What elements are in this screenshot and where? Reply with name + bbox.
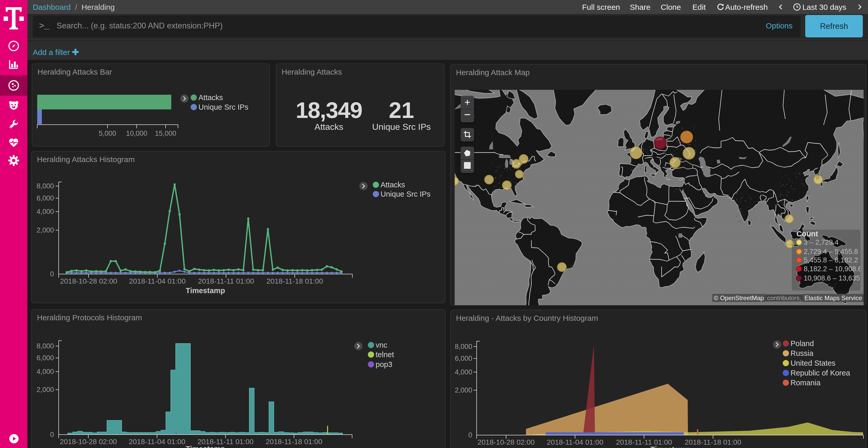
svg-text:2018-11-04 01:00: 2018-11-04 01:00 [129, 277, 186, 285]
svg-text:Timestamp: Timestamp [650, 445, 690, 448]
svg-text:United States: United States [790, 359, 835, 367]
svg-text:5,000: 5,000 [99, 130, 116, 137]
svg-text:Attacks: Attacks [380, 181, 405, 189]
svg-text:2018-11-04 01:00: 2018-11-04 01:00 [547, 438, 603, 446]
svg-text:2,000: 2,000 [455, 386, 472, 394]
svg-text:2018-11-18 01:00: 2018-11-18 01:00 [266, 438, 322, 446]
svg-text:6,000: 6,000 [455, 354, 472, 362]
svg-text:Unique Src IPs: Unique Src IPs [198, 103, 248, 111]
svg-text:2018-10-28 02:00: 2018-10-28 02:00 [477, 438, 534, 446]
svg-text:Attacks: Attacks [198, 94, 223, 102]
svg-text:2018-11-18 01:00: 2018-11-18 01:00 [685, 438, 741, 446]
svg-text:Count: Count [797, 230, 818, 238]
svg-text:pop3: pop3 [376, 360, 393, 369]
svg-text:4,000: 4,000 [36, 368, 54, 376]
svg-text:Romania: Romania [790, 379, 821, 387]
svg-text:3 – 2,729.4: 3 – 2,729.4 [804, 238, 839, 246]
svg-text:2,000: 2,000 [36, 386, 54, 393]
svg-text:10,908.6 – 13,635: 10,908.6 – 13,635 [804, 274, 860, 282]
svg-text:15,000: 15,000 [155, 130, 177, 137]
svg-text:telnet: telnet [376, 350, 394, 359]
svg-text:4,000: 4,000 [455, 368, 472, 376]
svg-text:2018-11-18 01:00: 2018-11-18 01:00 [267, 277, 323, 285]
svg-text:Timestamp: Timestamp [186, 286, 225, 295]
svg-text:6,000: 6,000 [36, 354, 54, 362]
svg-text:8,000: 8,000 [36, 182, 54, 190]
svg-text:Russia: Russia [790, 349, 814, 357]
svg-text:0: 0 [50, 431, 54, 439]
svg-text:2,000: 2,000 [36, 226, 54, 234]
svg-text:2018-10-28 02:00: 2018-10-28 02:00 [60, 277, 117, 285]
svg-text:Unique Src IPs: Unique Src IPs [380, 190, 430, 198]
svg-text:8,000: 8,000 [36, 342, 54, 350]
svg-text:Timestamp: Timestamp [186, 445, 225, 448]
svg-text:4,000: 4,000 [36, 208, 54, 215]
svg-text:vnc: vnc [376, 341, 387, 349]
svg-text:2018-11-11 01:00: 2018-11-11 01:00 [198, 277, 254, 285]
svg-text:2018-10-28 02:00: 2018-10-28 02:00 [60, 438, 117, 446]
svg-text:0: 0 [50, 270, 54, 278]
svg-text:8,000: 8,000 [455, 343, 472, 350]
svg-text:5,455.8 – 8,182.2: 5,455.8 – 8,182.2 [804, 256, 858, 264]
svg-text:Republic of Korea: Republic of Korea [790, 369, 850, 377]
svg-text:10,000: 10,000 [126, 130, 148, 137]
svg-text:2,729.4 – 5,455.8: 2,729.4 – 5,455.8 [804, 248, 858, 255]
svg-text:0: 0 [468, 431, 472, 439]
svg-text:6,000: 6,000 [36, 194, 54, 202]
svg-text:8,182.2 – 10,908.6: 8,182.2 – 10,908.6 [804, 265, 861, 273]
svg-text:Poland: Poland [790, 339, 814, 348]
svg-text:2018-11-04 01:00: 2018-11-04 01:00 [129, 438, 185, 446]
